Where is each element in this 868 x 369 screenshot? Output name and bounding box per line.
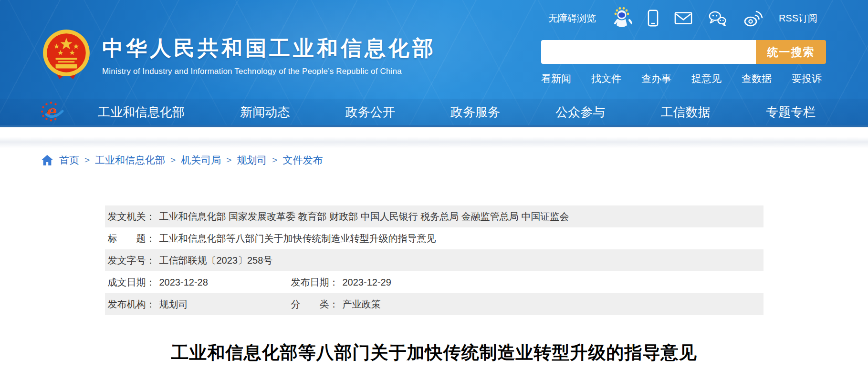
breadcrumb-separator: >: [170, 155, 176, 165]
quick-link[interactable]: 找文件: [591, 72, 621, 85]
nav-item[interactable]: 新闻动态: [240, 104, 290, 121]
meta-row: 标 题：工业和信息化部等八部门关于加快传统制造业转型升级的指导意见: [105, 227, 763, 249]
quick-link[interactable]: 查办事: [641, 72, 671, 85]
quick-links: 看新闻找文件查办事提意见查数据要投诉: [541, 72, 826, 85]
meta-label: 成文日期：: [108, 276, 156, 289]
breadcrumb: 首页>工业和信息化部>机关司局>规划司>文件发布: [41, 153, 868, 167]
nav-item[interactable]: 专题专栏: [766, 104, 816, 121]
site-subtitle: Ministry of Industry and Information Tec…: [102, 67, 436, 76]
meta-label: 分 类：: [291, 298, 339, 311]
site-title: 中华人民共和国工业和信息化部: [102, 34, 436, 62]
meta-value: 规划司: [159, 298, 188, 311]
breadcrumb-separator: >: [272, 155, 277, 165]
weibo-icon[interactable]: [743, 10, 763, 27]
meta-row: 成文日期：2023-12-28发布日期：2023-12-29: [105, 271, 763, 293]
nav-item[interactable]: 政务公开: [345, 104, 395, 121]
meta-row: 发文字号：工信部联规〔2023〕258号: [105, 249, 763, 271]
mail-icon[interactable]: [674, 11, 692, 25]
meta-value: 工信部联规〔2023〕258号: [159, 254, 273, 267]
meta-cell: 标 题：工业和信息化部等八部门关于加快传统制造业转型升级的指导意见: [108, 232, 436, 245]
breadcrumb-separator: >: [84, 155, 90, 165]
national-emblem-logo: [42, 29, 91, 82]
meta-cell: 发布日期：2023-12-29: [291, 276, 391, 289]
home-icon: [41, 154, 53, 166]
wechat-icon[interactable]: [708, 10, 727, 27]
meta-value: 工业和信息化部 国家发展改革委 教育部 财政部 中国人民银行 税务总局 金融监管…: [159, 210, 569, 223]
unified-search-button[interactable]: 统一搜索: [756, 40, 826, 64]
nav-item[interactable]: 工业和信息化部: [98, 104, 185, 121]
breadcrumb-item[interactable]: 首页: [59, 154, 79, 167]
document-title: 工业和信息化部等八部门关于加快传统制造业转型升级的指导意见: [0, 341, 868, 365]
meta-label: 发文机关：: [108, 210, 156, 223]
nav-item[interactable]: 工信数据: [661, 104, 711, 121]
main-nav: e 工业和信息化部新闻动态政务公开政务服务公众参与工信数据专题专栏: [0, 99, 868, 127]
breadcrumb-separator: >: [226, 155, 231, 165]
meta-label: 发文字号：: [108, 254, 156, 267]
meta-value: 工业和信息化部等八部门关于加快传统制造业转型升级的指导意见: [159, 232, 436, 245]
accessibility-link[interactable]: 无障碍浏览: [548, 12, 596, 25]
meta-label: 发布机构：: [108, 298, 156, 311]
meta-row: 发文机关：工业和信息化部 国家发展改革委 教育部 财政部 中国人民银行 税务总局…: [105, 205, 763, 227]
miit-e-logo-icon: e: [41, 101, 65, 123]
meta-cell: 发文机关：工业和信息化部 国家发展改革委 教育部 财政部 中国人民银行 税务总局…: [108, 210, 569, 223]
quick-link[interactable]: 要投诉: [792, 72, 822, 85]
meta-cell: 发布机构：规划司: [108, 298, 291, 311]
mobile-icon[interactable]: [648, 9, 659, 27]
quick-link[interactable]: 查数据: [742, 72, 772, 85]
quick-link[interactable]: 提意见: [691, 72, 722, 85]
meta-cell: 分 类：产业政策: [291, 298, 381, 311]
header-shadow: [0, 137, 868, 148]
breadcrumb-item[interactable]: 规划司: [237, 154, 267, 167]
brand-text: 中华人民共和国工业和信息化部 Ministry of Industry and …: [102, 34, 436, 76]
site-brand: 中华人民共和国工业和信息化部 Ministry of Industry and …: [42, 29, 436, 82]
meta-value: 2023-12-28: [159, 277, 208, 288]
breadcrumb-item[interactable]: 文件发布: [282, 154, 323, 167]
robot-mascot-icon[interactable]: [612, 7, 632, 30]
breadcrumb-item[interactable]: 工业和信息化部: [95, 154, 165, 167]
nav-item[interactable]: 政务服务: [450, 104, 500, 121]
meta-label: 发布日期：: [291, 276, 339, 289]
meta-value: 产业政策: [343, 298, 381, 311]
header-main: 中华人民共和国工业和信息化部 Ministry of Industry and …: [0, 28, 868, 85]
meta-cell: 发文字号：工信部联规〔2023〕258号: [108, 254, 273, 267]
breadcrumb-item[interactable]: 机关司局: [181, 154, 221, 167]
site-header: 无障碍浏览: [0, 0, 868, 127]
nav-item[interactable]: 公众参与: [555, 104, 605, 121]
search-input[interactable]: [541, 40, 756, 64]
nav-items: 工业和信息化部新闻动态政务公开政务服务公众参与工信数据专题专栏: [98, 104, 816, 121]
rss-link[interactable]: RSS订阅: [779, 12, 817, 25]
topbar: 无障碍浏览: [0, 0, 868, 28]
search-area: 统一搜索 看新闻找文件查办事提意见查数据要投诉: [541, 40, 826, 85]
meta-cell: 成文日期：2023-12-28: [108, 276, 291, 289]
meta-value: 2023-12-29: [343, 277, 391, 288]
meta-label: 标 题：: [108, 232, 156, 245]
quick-link[interactable]: 看新闻: [541, 72, 571, 85]
document-meta-table: 发文机关：工业和信息化部 国家发展改革委 教育部 财政部 中国人民银行 税务总局…: [105, 205, 763, 315]
meta-row: 发布机构：规划司分 类：产业政策: [105, 293, 763, 315]
